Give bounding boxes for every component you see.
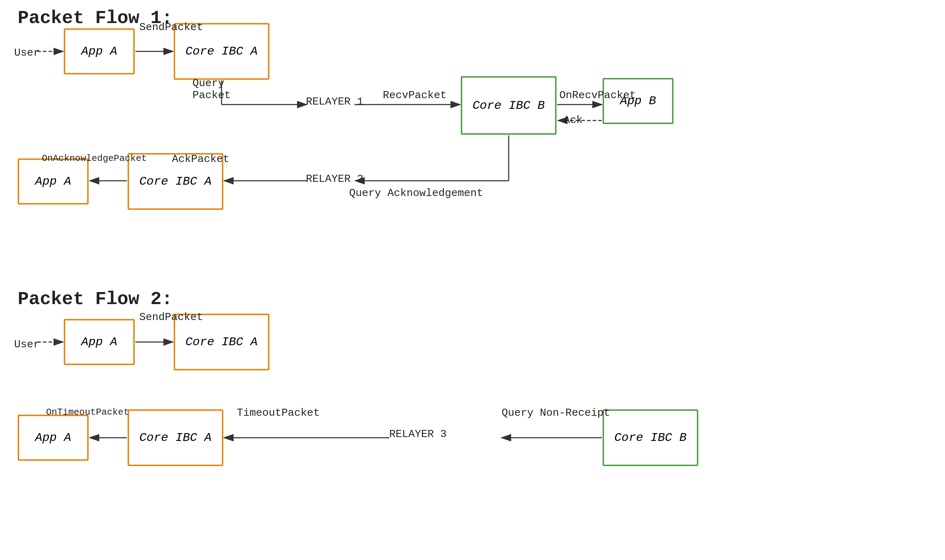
diagram-container: Packet Flow 1: App A Core IBC A Core IBC…	[0, 0, 945, 560]
flow1-queryack-label: Query Acknowledgement	[349, 187, 483, 199]
flow2-title: Packet Flow 2:	[18, 289, 172, 310]
flow2-ontimeout-label: OnTimeoutPacket	[46, 407, 129, 417]
flow1-ackpacket-label: AckPacket	[172, 153, 229, 165]
flow1-app-a-bottom: App A	[18, 158, 89, 205]
flow2-sendpacket-label: SendPacket	[139, 311, 203, 323]
flow2-timeoutpacket-label: TimeoutPacket	[237, 407, 320, 419]
flow1-query-label: Query	[192, 77, 225, 89]
flow1-sendpacket-label: SendPacket	[139, 21, 203, 33]
flow1-relayer1-label: RELAYER 1	[306, 96, 363, 108]
flow1-relayer2-label: RELAYER 2	[306, 173, 363, 185]
flow1-recvpacket-label: RecvPacket	[383, 89, 446, 102]
flow1-onrecvpacket-label: OnRecvPacket	[559, 89, 636, 102]
flow2-app-a-top: App A	[64, 319, 135, 365]
flow2-core-ibc-a-bottom: Core IBC A	[128, 409, 223, 466]
flow2-querynonreceipt-label: Query Non-Receipt	[502, 407, 610, 419]
flow1-core-ibc-b: Core IBC B	[461, 76, 557, 135]
flow1-ack-label: Ack	[563, 114, 583, 126]
flow2-user-label: User	[14, 338, 40, 351]
flow1-app-a-top: App A	[64, 28, 135, 74]
flow1-onacknowledge-label: OnAcknowledgePacket	[42, 153, 147, 164]
flow2-core-ibc-b: Core IBC B	[603, 409, 698, 466]
flow2-relayer3-label: RELAYER 3	[389, 428, 446, 440]
flow2-app-a-bottom: App A	[18, 415, 89, 461]
flow1-packet-label: Packet	[192, 89, 231, 102]
flow1-user-label: User	[14, 47, 40, 59]
